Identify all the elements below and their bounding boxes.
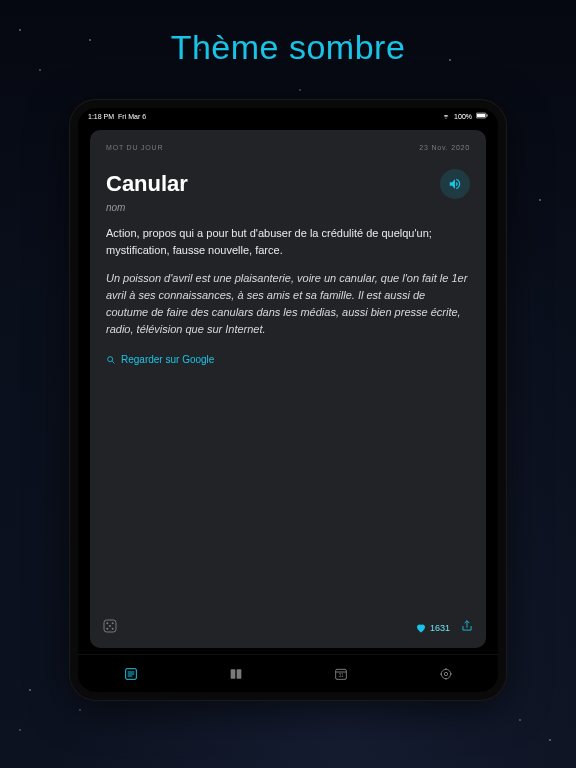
svg-rect-15 — [230, 669, 235, 678]
card-header-label: MOT DU JOUR — [106, 144, 163, 151]
tab-bar: 31 — [78, 654, 498, 692]
status-bar: 1:18 PM Fri Mar 6 100% — [78, 108, 498, 124]
hero-title: Thème sombre — [0, 28, 576, 67]
status-date: Fri Mar 6 — [118, 113, 146, 120]
heart-icon — [415, 622, 427, 634]
svg-rect-2 — [487, 115, 488, 117]
word-title: Canular — [106, 171, 188, 197]
example-text: Un poisson d'avril est une plaisanterie,… — [106, 270, 470, 338]
random-button[interactable] — [102, 618, 118, 638]
tablet-frame: 1:18 PM Fri Mar 6 100% MOT DU JOUR 23 No… — [70, 100, 506, 700]
svg-rect-1 — [477, 114, 486, 118]
tablet-screen: 1:18 PM Fri Mar 6 100% MOT DU JOUR 23 No… — [78, 108, 498, 692]
gear-icon — [438, 666, 454, 682]
tab-deck[interactable] — [226, 664, 246, 684]
share-icon — [460, 619, 474, 633]
card-date: 23 Nov. 2020 — [419, 144, 470, 151]
card-footer: 1631 — [102, 618, 474, 638]
deck-icon — [228, 666, 244, 682]
calendar-icon: 31 — [333, 666, 349, 682]
svg-rect-16 — [236, 669, 241, 678]
likes-count: 1631 — [430, 623, 450, 633]
svg-point-8 — [109, 625, 111, 627]
svg-point-10 — [112, 628, 114, 630]
word-card: MOT DU JOUR 23 Nov. 2020 Canular nom Act… — [90, 130, 486, 648]
tab-settings[interactable] — [436, 664, 456, 684]
svg-point-21 — [444, 672, 447, 675]
svg-point-9 — [106, 628, 108, 630]
svg-line-4 — [112, 361, 114, 363]
search-google-link[interactable]: Regarder sur Google — [106, 354, 470, 365]
svg-point-3 — [108, 356, 113, 361]
lines-icon — [123, 666, 139, 682]
definition-text: Action, propos qui a pour but d'abuser d… — [106, 225, 470, 258]
tab-today[interactable] — [121, 664, 141, 684]
status-time: 1:18 PM — [88, 113, 114, 120]
svg-text:31: 31 — [338, 673, 344, 678]
svg-point-7 — [112, 622, 114, 624]
tab-calendar[interactable]: 31 — [331, 664, 351, 684]
likes-counter[interactable]: 1631 — [415, 622, 450, 634]
part-of-speech: nom — [106, 202, 470, 213]
pronounce-button[interactable] — [440, 169, 470, 199]
search-icon — [106, 355, 116, 365]
wifi-icon — [442, 112, 450, 121]
svg-point-6 — [106, 622, 108, 624]
svg-point-20 — [441, 669, 450, 678]
speaker-icon — [448, 177, 462, 191]
battery-percent: 100% — [454, 113, 472, 120]
content-area: MOT DU JOUR 23 Nov. 2020 Canular nom Act… — [78, 124, 498, 654]
search-link-label: Regarder sur Google — [121, 354, 214, 365]
battery-icon — [476, 112, 488, 120]
share-button[interactable] — [460, 619, 474, 637]
